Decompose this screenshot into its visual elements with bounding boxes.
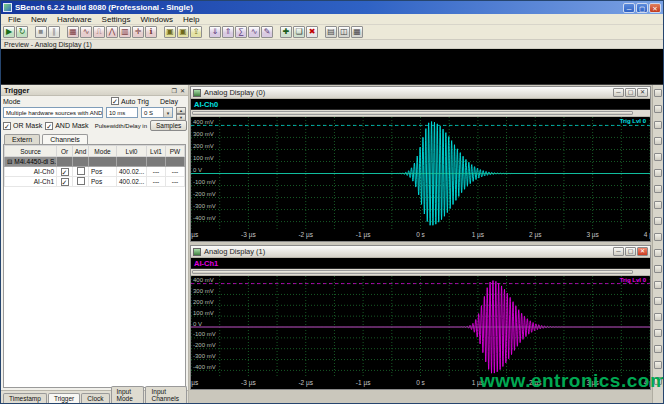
display-tool-button[interactable]: [654, 329, 662, 337]
display-tool-button[interactable]: [654, 105, 662, 113]
display-tool-button[interactable]: [654, 361, 662, 369]
display-tool-button[interactable]: [654, 233, 662, 241]
import-data-icon[interactable]: ⇓: [209, 26, 221, 38]
display-tool-button[interactable]: [654, 281, 662, 289]
display-tool-button[interactable]: [654, 217, 662, 225]
spin-up-icon[interactable]: ▲: [176, 107, 186, 114]
trigger-mode-select[interactable]: Multiple hardware sources with AND/OR ▾: [3, 107, 103, 118]
menu-windows[interactable]: Windows: [136, 15, 178, 24]
maximize-button[interactable]: ▢: [625, 247, 636, 256]
analog-display-1-titlebar[interactable]: Analog Display (1) ─ ▢ ✕: [191, 246, 650, 258]
and-checkbox[interactable]: [77, 177, 85, 185]
display-tool-button[interactable]: [654, 89, 662, 97]
samples-button[interactable]: Samples: [150, 120, 187, 131]
signal-generator-icon[interactable]: ∿: [248, 26, 260, 38]
export-data-icon[interactable]: ⇑: [222, 26, 234, 38]
table-row[interactable]: AI-Ch1✓Pos400.02...------: [5, 177, 185, 187]
source-cell[interactable]: AI-Ch0: [5, 167, 57, 177]
display-tool-button[interactable]: [654, 185, 662, 193]
tab-input-mode[interactable]: Input Mode: [111, 386, 145, 403]
display-tool-button[interactable]: [654, 313, 662, 321]
cascade-windows-icon[interactable]: ▤: [325, 26, 337, 38]
tile-windows-icon[interactable]: ◫: [338, 26, 350, 38]
or-mask-checkbox[interactable]: ✓: [3, 122, 11, 130]
analog-display-0-titlebar[interactable]: Analog Display (0) ─ ▢ ✕: [191, 87, 650, 99]
display-tool-button[interactable]: [654, 201, 662, 209]
card-group-row[interactable]: ⊟ M4i.4450-di S...: [5, 157, 185, 167]
delay-value-select[interactable]: 0 S ▾: [141, 107, 173, 118]
display-tool-button[interactable]: [654, 249, 662, 257]
menu-help[interactable]: Help: [178, 15, 204, 24]
table-row[interactable]: AI-Ch0✓Pos400.02...------: [5, 167, 185, 177]
or-checkbox[interactable]: ✓: [61, 168, 69, 176]
column-header-and[interactable]: And: [73, 146, 89, 157]
close-all-windows-icon[interactable]: ▦: [351, 26, 363, 38]
scrollbar-thumb[interactable]: [192, 111, 633, 115]
lvl0-cell[interactable]: 400.02...: [117, 167, 147, 177]
lvl1-cell[interactable]: ---: [147, 177, 166, 187]
display-tool-button[interactable]: [654, 137, 662, 145]
tab-timestamp[interactable]: Timestamp: [3, 393, 47, 403]
maximize-button[interactable]: ▢: [625, 88, 636, 97]
menu-new[interactable]: New: [26, 15, 52, 24]
column-header-lvl0[interactable]: Lvl0: [117, 146, 147, 157]
export-icon[interactable]: ⇪: [190, 26, 202, 38]
run-icon[interactable]: ▶: [3, 26, 15, 38]
calculation-icon[interactable]: ∑: [235, 26, 247, 38]
horizontal-scrollbar[interactable]: [191, 110, 650, 117]
analog-chart-0[interactable]: 400 mV300 mV200 mV100 mV0 V-100 mV-200 m…: [191, 117, 650, 230]
column-header-mode[interactable]: Mode: [89, 146, 117, 157]
display-tool-button[interactable]: [654, 153, 662, 161]
trigger-tab-channels[interactable]: Channels: [42, 134, 88, 144]
minimize-button[interactable]: ─: [613, 88, 624, 97]
display-tool-button[interactable]: [654, 297, 662, 305]
spectrum-display-icon[interactable]: ⋀: [106, 26, 118, 38]
column-header-source[interactable]: Source: [5, 146, 57, 157]
lvl0-cell[interactable]: 400.02...: [117, 177, 147, 187]
pause-icon[interactable]: ∥: [48, 26, 60, 38]
close-button[interactable]: ✕: [649, 3, 661, 13]
close-panel-icon[interactable]: ✕: [180, 87, 185, 94]
or-checkbox[interactable]: ✓: [61, 178, 69, 186]
menu-hardware[interactable]: Hardware: [52, 15, 97, 24]
display-tool-button[interactable]: [654, 121, 662, 129]
horizontal-scrollbar[interactable]: [191, 269, 650, 276]
analog-display-icon[interactable]: ∿: [80, 26, 92, 38]
info-display-icon[interactable]: ℹ: [145, 26, 157, 38]
minimize-button[interactable]: ─: [613, 247, 624, 256]
restart-icon[interactable]: ↻: [16, 26, 28, 38]
tab-clock[interactable]: Clock: [81, 393, 109, 403]
save-all-icon[interactable]: ▣: [177, 26, 189, 38]
column-header-or[interactable]: Or: [57, 146, 73, 157]
tab-input-channels[interactable]: Input Channels: [145, 386, 187, 403]
tab-trigger[interactable]: Trigger: [48, 393, 80, 403]
edit-icon[interactable]: ✎: [261, 26, 273, 38]
minimize-button[interactable]: ─: [623, 3, 635, 13]
pw-cell[interactable]: ---: [166, 167, 185, 177]
scrollbar-thumb[interactable]: [192, 270, 633, 274]
float-panel-icon[interactable]: ❐: [172, 87, 177, 94]
delay-stepper[interactable]: ▲ ▼: [176, 107, 186, 118]
add-channel-icon[interactable]: ✚: [280, 26, 292, 38]
display-tool-button[interactable]: [654, 377, 662, 385]
trigger-panel-header[interactable]: Trigger ❐ ✕: [1, 85, 188, 96]
new-display-icon[interactable]: ▦: [67, 26, 79, 38]
close-button[interactable]: ✕: [637, 88, 648, 97]
analog-chart-1[interactable]: 400 mV300 mV200 mV100 mV0 V-100 mV-200 m…: [191, 276, 650, 378]
card-group-label[interactable]: ⊟ M4i.4450-di S...: [5, 157, 57, 167]
display-tool-button[interactable]: [654, 265, 662, 273]
pw-cell[interactable]: ---: [166, 177, 185, 187]
delete-channel-icon[interactable]: ✖: [306, 26, 318, 38]
preview-area[interactable]: [1, 49, 663, 85]
xy-display-icon[interactable]: ✛: [132, 26, 144, 38]
and-checkbox[interactable]: [77, 167, 85, 175]
display-tool-button[interactable]: [654, 169, 662, 177]
column-header-lvl1[interactable]: Lvl1: [147, 146, 166, 157]
column-header-pw[interactable]: PW: [166, 146, 185, 157]
and-mask-checkbox[interactable]: ✓: [45, 122, 53, 130]
auto-trig-timeout-select[interactable]: 10 ms: [106, 107, 138, 118]
copy-channel-icon[interactable]: ❏: [293, 26, 305, 38]
mode-cell[interactable]: Pos: [89, 167, 117, 177]
menu-file[interactable]: File: [3, 15, 26, 24]
source-cell[interactable]: AI-Ch1: [5, 177, 57, 187]
